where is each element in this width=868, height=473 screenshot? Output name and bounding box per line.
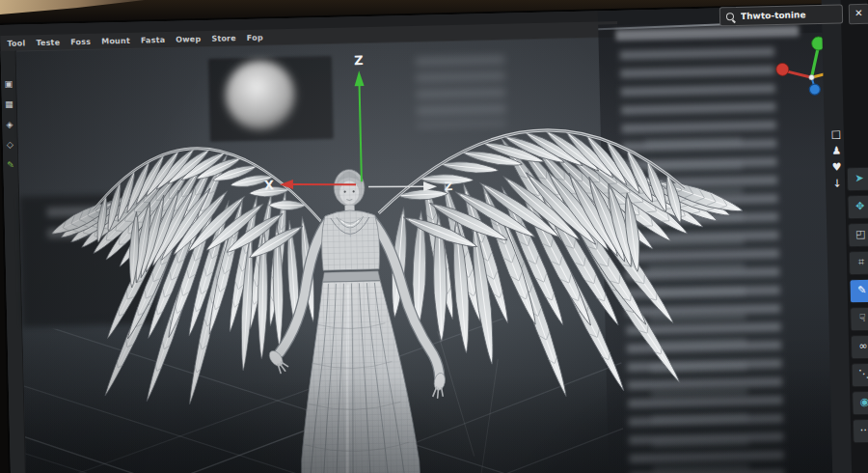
grid-icon[interactable]: ▦ bbox=[5, 98, 14, 110]
axis-up-label: Z bbox=[354, 53, 364, 68]
scale-tool-button[interactable]: ◰ bbox=[848, 223, 868, 248]
move-tool-button[interactable]: ✥ bbox=[847, 195, 868, 220]
edit-pen-icon[interactable]: ✎ bbox=[7, 159, 14, 171]
viewport-3d[interactable]: Z X Z bbox=[16, 32, 857, 473]
sphere-snap-button[interactable]: ◉ bbox=[852, 391, 868, 416]
nav-ball-red-left[interactable] bbox=[776, 63, 789, 75]
app-window: ToolTesteFossMountFastaOwepStoreFop ✎ Id… bbox=[0, 4, 868, 473]
down-arrow-icon[interactable]: ↓ bbox=[832, 178, 841, 189]
axis-left-label: X bbox=[264, 178, 274, 192]
dots-diagonal-button[interactable]: ⋱ bbox=[851, 363, 868, 388]
search-box[interactable] bbox=[719, 4, 843, 26]
menu-item[interactable]: Tool bbox=[7, 39, 25, 47]
menu-item[interactable]: Owep bbox=[176, 35, 201, 44]
search-icon bbox=[726, 13, 734, 20]
close-button[interactable]: ✕ bbox=[849, 4, 868, 24]
person-icon[interactable]: ♟ bbox=[831, 145, 841, 156]
diamond-icon[interactable]: ◇ bbox=[7, 139, 14, 151]
axis-right-label: Z bbox=[445, 180, 453, 193]
menu-item[interactable]: Store bbox=[211, 34, 236, 43]
search-input[interactable] bbox=[739, 9, 836, 22]
heart-icon[interactable]: ♥ bbox=[832, 161, 842, 173]
wireframe-angel-scene[interactable]: Z X Z bbox=[16, 32, 857, 473]
paint-tool-button[interactable]: ✎ bbox=[849, 279, 868, 304]
menu-item[interactable]: Fasta bbox=[141, 35, 166, 44]
square-icon[interactable]: □ bbox=[831, 128, 842, 140]
more-options-button[interactable]: ⋯ bbox=[853, 419, 868, 444]
menu-item[interactable]: Foss bbox=[70, 37, 91, 45]
snap-grid-button[interactable]: ⌗ bbox=[849, 251, 868, 276]
menu-item[interactable]: Fop bbox=[247, 33, 263, 42]
menu-item[interactable]: Teste bbox=[36, 38, 60, 47]
nav-ball-blue[interactable] bbox=[809, 84, 820, 95]
hand-tool-button[interactable]: ☟ bbox=[850, 307, 868, 332]
layers-icon[interactable]: ▣ bbox=[5, 78, 14, 90]
gizmo-icon[interactable]: ◈ bbox=[6, 119, 13, 130]
link-chain-button[interactable]: ∞ bbox=[851, 335, 868, 360]
select-arrow-button[interactable]: ➤ bbox=[847, 167, 868, 192]
menu-item[interactable]: Mount bbox=[101, 36, 130, 45]
belt bbox=[322, 271, 380, 282]
monitor-photo: ToolTesteFossMountFastaOwepStoreFop ✎ Id… bbox=[0, 0, 868, 473]
